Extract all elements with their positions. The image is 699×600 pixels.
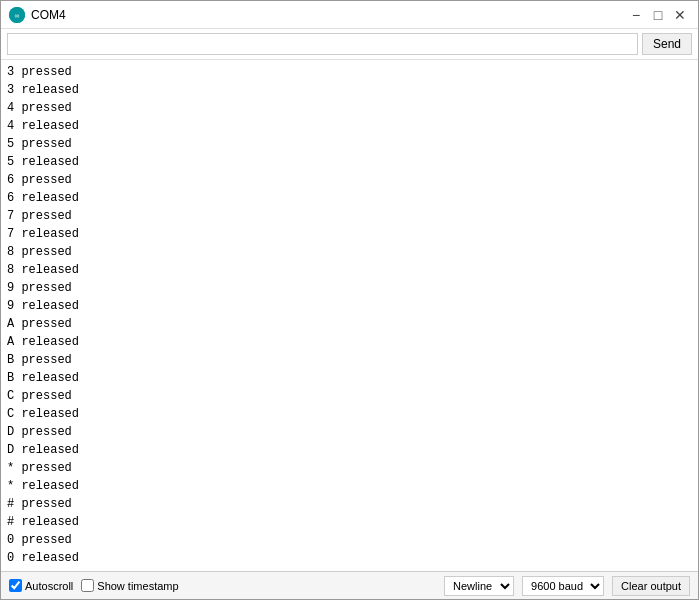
serial-line: 7 pressed	[7, 207, 692, 225]
serial-line: # released	[7, 513, 692, 531]
serial-line: # pressed	[7, 495, 692, 513]
app-icon: ∞	[9, 7, 25, 23]
baud-select[interactable]: 9600 baud	[522, 576, 604, 596]
serial-line: C released	[7, 405, 692, 423]
serial-line: 0 pressed	[7, 531, 692, 549]
timestamp-text: Show timestamp	[97, 580, 178, 592]
serial-line: 6 released	[7, 189, 692, 207]
serial-line: 3 released	[7, 81, 692, 99]
autoscroll-text: Autoscroll	[25, 580, 73, 592]
newline-select[interactable]: Newline	[444, 576, 514, 596]
window-title: COM4	[31, 8, 626, 22]
status-bar: Autoscroll Show timestamp Newline 9600 b…	[1, 571, 698, 599]
main-window: ∞ COM4 − □ ✕ Send 1 pressed1 released2 p…	[0, 0, 699, 600]
serial-line: 8 released	[7, 261, 692, 279]
maximize-button[interactable]: □	[648, 5, 668, 25]
serial-line: 4 pressed	[7, 99, 692, 117]
serial-line: 9 pressed	[7, 279, 692, 297]
serial-line: B released	[7, 369, 692, 387]
serial-line: 0 released	[7, 549, 692, 567]
serial-line: A pressed	[7, 315, 692, 333]
autoscroll-checkbox[interactable]	[9, 579, 22, 592]
close-button[interactable]: ✕	[670, 5, 690, 25]
serial-line: 3 pressed	[7, 63, 692, 81]
autoscroll-label[interactable]: Autoscroll	[9, 579, 73, 592]
window-controls: − □ ✕	[626, 5, 690, 25]
serial-line: 8 pressed	[7, 243, 692, 261]
timestamp-label[interactable]: Show timestamp	[81, 579, 178, 592]
title-bar: ∞ COM4 − □ ✕	[1, 1, 698, 29]
serial-line: * pressed	[7, 459, 692, 477]
send-button[interactable]: Send	[642, 33, 692, 55]
serial-line: * released	[7, 477, 692, 495]
minimize-button[interactable]: −	[626, 5, 646, 25]
clear-output-button[interactable]: Clear output	[612, 576, 690, 596]
serial-line: 5 pressed	[7, 135, 692, 153]
serial-line: 6 pressed	[7, 171, 692, 189]
svg-text:∞: ∞	[15, 12, 20, 19]
toolbar: Send	[1, 29, 698, 60]
serial-line: 5 released	[7, 153, 692, 171]
serial-line: D released	[7, 441, 692, 459]
serial-line: 9 released	[7, 297, 692, 315]
serial-line: D pressed	[7, 423, 692, 441]
serial-line: A released	[7, 333, 692, 351]
serial-output-area[interactable]: 1 pressed1 released2 pressed2 released3 …	[1, 60, 698, 571]
serial-line: 7 released	[7, 225, 692, 243]
serial-line: 4 released	[7, 117, 692, 135]
timestamp-checkbox[interactable]	[81, 579, 94, 592]
serial-line: B pressed	[7, 351, 692, 369]
serial-input[interactable]	[7, 33, 638, 55]
app-icon-inner: ∞	[9, 7, 25, 23]
serial-line: C pressed	[7, 387, 692, 405]
